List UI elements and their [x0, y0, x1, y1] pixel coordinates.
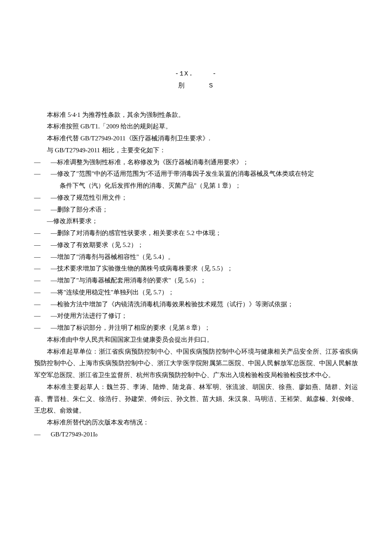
list-item-6: ——删除了对消毒剂的感官性状要求，相关要求在 5.2 中体现； — [34, 227, 358, 239]
list-item-text: —技术要求增加了实验微生物的菌株号或病毒株要求（见 5.5）； — [47, 265, 233, 272]
paragraph-7: 本标准主要起草人：魏兰芬、李涛、陆烨、陆龙喜、林军明、张流波、胡国庆、徐燕、廖如… — [34, 381, 358, 417]
list-item-text: —修改了"范围"中的不适用范围为"不适用于带消毒因子发生装置的消毒器械及气体类或… — [47, 170, 314, 177]
dash-icon: — — [34, 263, 40, 275]
list-item-14: ——增加了标识部分，并注明了相应的要求（见第 8 章）； — [34, 322, 358, 334]
paragraph-6: 本标准起草单位：浙江省疾病预防控制中心、中国疾病预防控制中心环境与健康相关产品安… — [34, 346, 358, 381]
list-item-3: ——修改了规范性引用文件； — [34, 192, 358, 204]
list-item-text: —标准调整为强制性标准，名称修改为《医疗器械消毒剂通用要求》； — [47, 159, 249, 166]
dash-icon: — — [34, 322, 40, 334]
dash-icon: — — [34, 287, 40, 299]
list-item-text: —将"连续使用稳定性"单独列出（见 5.7）； — [47, 289, 174, 296]
paragraph-2: 本标准按照 GB/T1.「2009 给出的规则起草。 — [34, 121, 358, 133]
list-item-text: —增加了标识部分，并注明了相应的要求（见第 8 章）； — [47, 324, 210, 331]
list-item-8: ——增加了"消毒剂与器械相容性"（见 5.4）。 — [34, 251, 358, 263]
dash-icon: — — [34, 251, 40, 263]
list-item-2b: 条件下气（汽）化后发挥作用的消毒、灭菌产品"（见第 1 章）； — [34, 180, 358, 192]
list-item-10: ——增加了"与消毒器械配套用消毒剂的要求"（见 5.6）； — [34, 275, 358, 287]
document-page: -1X. - 刖 S 本标准 5·4·1 为推荐性条款，其余为强制性条款。 本标… — [0, 0, 392, 466]
header-artifact: -1X. - 刖 S — [34, 68, 358, 92]
dash-icon: — — [34, 429, 40, 441]
list-item-11: ——将"连续使用稳定性"单独列出（见 5.7）； — [34, 287, 358, 299]
list-item-text: —修改了规范性引用文件； — [47, 194, 127, 201]
list-item-5: —修改原料要求； — [34, 215, 358, 227]
list-item-text: —删除了部分术语； — [47, 206, 108, 213]
list-item-9: ——技术要求增加了实验微生物的菌株号或病毒株要求（见 5.5）； — [34, 263, 358, 275]
dash-icon: — — [34, 204, 40, 216]
header-line1: -1X. - — [175, 70, 217, 78]
list-item-7: ——修改了有效期要求（见 5.2）； — [34, 239, 358, 251]
paragraph-5: 本标准由中华人民共和国国家卫生健康委员会提出并归口。 — [34, 334, 358, 346]
list-item-13: ——对使用方法进行了修订； — [34, 310, 358, 322]
list-item-15: —GB/T27949-201I₀ — [34, 429, 358, 441]
list-item-12: ——检验方法中增加了《内镜清洗消毒机消毒效果检验技术规范（试行）》等测试依据； — [34, 299, 358, 311]
dash-icon: — — [34, 192, 40, 204]
header-line2: 刖 S — [178, 82, 213, 90]
dash-icon: — — [34, 310, 40, 322]
list-item-text: —修改了有效期要求（见 5.2）； — [47, 241, 144, 248]
paragraph-4: 与 GB/T27949-2011 相比，主要变化如下： — [34, 145, 358, 157]
paragraph-8: 本标准所替代的历次版本发布情况： — [34, 417, 358, 429]
dash-icon: — — [34, 157, 40, 169]
dash-icon: — — [34, 239, 40, 251]
dash-icon: — — [34, 275, 40, 287]
list-item-text: —删除了对消毒剂的感官性状要求，相关要求在 5.2 中体现； — [47, 230, 222, 236]
list-item-text: —对使用方法进行了修订； — [47, 312, 127, 319]
list-item-4: ——删除了部分术语； — [34, 204, 358, 216]
list-item-text: —增加了"与消毒器械配套用消毒剂的要求"（见 5.6）； — [47, 277, 206, 284]
dash-icon: — — [34, 168, 40, 180]
list-item-text: GB/T27949-201I₀ — [47, 431, 98, 438]
paragraph-3: 本标准代替 GB/T27949-2011《医疗器械消毒剂卫生要求》. — [34, 133, 358, 145]
list-item-1: ——标准调整为强制性标准，名称修改为《医疗器械消毒剂通用要求》； — [34, 157, 358, 169]
list-item-2a: ——修改了"范围"中的不适用范围为"不适用于带消毒因子发生装置的消毒器械及气体类… — [34, 168, 358, 180]
dash-icon: — — [34, 299, 40, 311]
list-item-text: —增加了"消毒剂与器械相容性"（见 5.4）。 — [47, 253, 174, 260]
dash-icon: — — [34, 227, 40, 239]
list-item-text: —检验方法中增加了《内镜清洗消毒机消毒效果检验技术规范（试行）》等测试依据； — [47, 301, 294, 308]
paragraph-1: 本标准 5·4·1 为推荐性条款，其余为强制性条款。 — [34, 109, 358, 121]
